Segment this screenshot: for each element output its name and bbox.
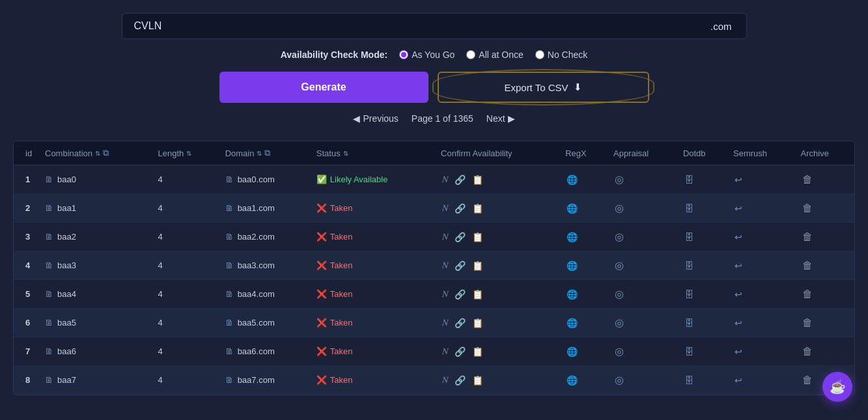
dotdb-btn[interactable]: 🗄 [683, 231, 695, 244]
namecheap-check-btn[interactable]: 𝑁 [441, 287, 449, 301]
archive-btn[interactable]: 🗑 [801, 173, 814, 187]
regx-globe-btn[interactable]: 🌐 [565, 288, 579, 301]
status-taken: ❌Taken [316, 203, 430, 213]
link-check-btn[interactable]: 🔗 [453, 316, 467, 329]
cell-dotdb: 🗄 [678, 337, 728, 366]
semrush-btn[interactable]: ↩ [733, 316, 744, 329]
regx-globe-btn[interactable]: 🌐 [565, 173, 579, 186]
page-info: Page 1 of 1365 [412, 113, 473, 124]
domain-file-icon: 🗎 [225, 203, 234, 213]
archive-btn[interactable]: 🗑 [801, 373, 814, 387]
search-input[interactable] [122, 13, 696, 39]
clipboard-check-btn[interactable]: 📋 [471, 374, 484, 387]
semrush-btn[interactable]: ↩ [733, 345, 744, 358]
cell-combination: 🗎 baa5 [40, 309, 153, 337]
appraisal-btn[interactable]: ◎ [613, 315, 625, 330]
regx-globe-btn[interactable]: 🌐 [565, 202, 579, 215]
semrush-btn[interactable]: ↩ [733, 231, 744, 244]
appraisal-btn[interactable]: ◎ [613, 258, 625, 273]
regx-globe-btn[interactable]: 🌐 [565, 316, 579, 329]
col-semrush: Semrush [728, 141, 796, 165]
semrush-btn[interactable]: ↩ [733, 288, 744, 301]
archive-btn[interactable]: 🗑 [801, 344, 814, 359]
appraisal-btn[interactable]: ◎ [613, 201, 625, 216]
appraisal-btn[interactable]: ◎ [613, 372, 625, 387]
link-check-btn[interactable]: 🔗 [453, 288, 467, 301]
appraisal-btn[interactable]: ◎ [613, 172, 625, 187]
clipboard-check-btn[interactable]: 📋 [471, 345, 484, 358]
archive-btn[interactable]: 🗑 [801, 287, 814, 301]
regx-globe-btn[interactable]: 🌐 [565, 345, 579, 358]
semrush-btn[interactable]: ↩ [733, 173, 744, 186]
clipboard-icon: 🗎 [45, 175, 53, 184]
dotdb-btn[interactable]: 🗄 [683, 202, 695, 215]
radio-no-check[interactable]: No Check [535, 49, 587, 60]
domain-file-icon: 🗎 [225, 260, 234, 270]
domain-sort-icon[interactable]: ⇅ [257, 150, 262, 157]
link-check-btn[interactable]: 🔗 [453, 173, 467, 186]
dotdb-btn[interactable]: 🗄 [683, 345, 695, 358]
next-button[interactable]: Next ▶ [486, 113, 515, 124]
namecheap-check-btn[interactable]: 𝑁 [441, 316, 449, 329]
clipboard-check-btn[interactable]: 📋 [471, 173, 484, 186]
combination-copy-icon[interactable]: ⧉ [103, 148, 109, 158]
clipboard-icon: 🗎 [45, 203, 53, 213]
namecheap-check-btn[interactable]: 𝑁 [441, 230, 449, 244]
radio-as-you-go[interactable]: As You Go [399, 49, 455, 60]
link-check-btn[interactable]: 🔗 [453, 231, 467, 244]
cell-appraisal: ◎ [608, 251, 678, 280]
namecheap-check-btn[interactable]: 𝑁 [441, 373, 449, 387]
status-taken: ❌Taken [316, 346, 430, 356]
archive-btn[interactable]: 🗑 [801, 316, 814, 330]
archive-btn[interactable]: 🗑 [801, 201, 814, 216]
namecheap-check-btn[interactable]: 𝑁 [441, 173, 449, 186]
semrush-btn[interactable]: ↩ [733, 202, 744, 215]
regx-globe-btn[interactable]: 🌐 [565, 259, 579, 272]
cell-appraisal: ◎ [608, 309, 678, 337]
clipboard-check-btn[interactable]: 📋 [471, 202, 484, 215]
link-check-btn[interactable]: 🔗 [453, 374, 467, 387]
status-sort-icon[interactable]: ⇅ [343, 150, 348, 157]
generate-button[interactable]: Generate [219, 72, 428, 103]
domain-file-icon: 🗎 [225, 175, 234, 184]
link-check-btn[interactable]: 🔗 [453, 259, 467, 272]
namecheap-check-btn[interactable]: 𝑁 [441, 201, 449, 215]
domain-copy-icon[interactable]: ⧉ [264, 148, 270, 158]
domain-file-icon: 🗎 [225, 289, 234, 299]
clipboard-check-btn[interactable]: 📋 [471, 316, 484, 329]
dotdb-btn[interactable]: 🗄 [683, 288, 695, 301]
cell-regx: 🌐 [560, 223, 608, 251]
semrush-btn[interactable]: ↩ [733, 374, 744, 387]
cell-confirm: 𝑁 🔗 📋 [436, 366, 560, 395]
cell-regx: 🌐 [560, 251, 608, 280]
fab-support-button[interactable]: ☕ [822, 372, 852, 402]
cell-dotdb: 🗄 [678, 251, 728, 280]
dotdb-btn[interactable]: 🗄 [683, 173, 695, 186]
radio-all-at-once[interactable]: All at Once [466, 49, 523, 60]
combination-sort-icon[interactable]: ⇅ [95, 150, 100, 157]
clipboard-check-btn[interactable]: 📋 [471, 231, 484, 244]
dotdb-btn[interactable]: 🗄 [683, 316, 695, 329]
previous-button[interactable]: ◀ Previous [353, 113, 398, 124]
appraisal-btn[interactable]: ◎ [613, 287, 625, 301]
archive-btn[interactable]: 🗑 [801, 259, 814, 273]
clipboard-check-btn[interactable]: 📋 [471, 288, 484, 301]
dotdb-btn[interactable]: 🗄 [683, 259, 695, 272]
clipboard-check-btn[interactable]: 📋 [471, 259, 484, 272]
archive-btn[interactable]: 🗑 [801, 230, 814, 244]
link-check-btn[interactable]: 🔗 [453, 345, 467, 358]
namecheap-check-btn[interactable]: 𝑁 [441, 259, 449, 272]
regx-globe-btn[interactable]: 🌐 [565, 231, 579, 244]
length-sort-icon[interactable]: ⇅ [186, 150, 191, 157]
regx-globe-btn[interactable]: 🌐 [565, 374, 579, 387]
semrush-btn[interactable]: ↩ [733, 259, 744, 272]
cell-length: 4 [153, 366, 220, 395]
namecheap-check-btn[interactable]: 𝑁 [441, 344, 449, 358]
status-available: ✅Likely Available [316, 175, 430, 184]
appraisal-btn[interactable]: ◎ [613, 229, 625, 244]
dotdb-btn[interactable]: 🗄 [683, 374, 695, 387]
export-csv-button[interactable]: Export To CSV ⬇ [438, 72, 649, 103]
tld-button[interactable]: .com [696, 13, 747, 39]
appraisal-btn[interactable]: ◎ [613, 344, 625, 359]
link-check-btn[interactable]: 🔗 [453, 202, 467, 215]
